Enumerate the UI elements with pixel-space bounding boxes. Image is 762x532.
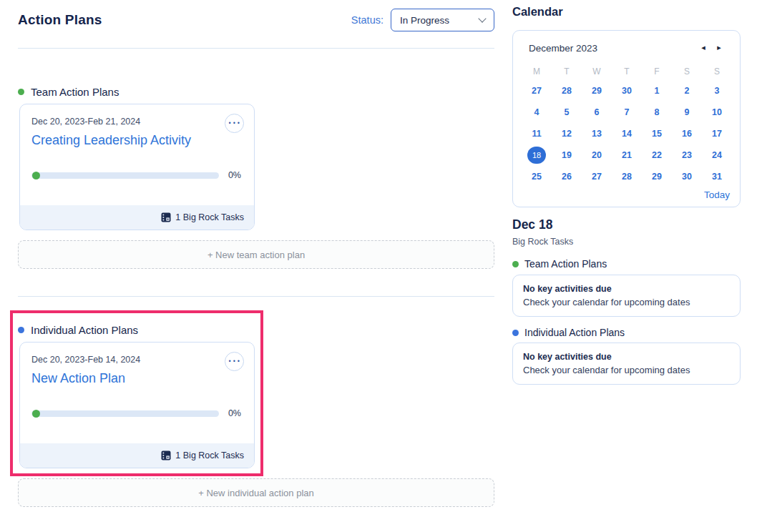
big-rock-tasks-count: 1 Big Rock Tasks <box>175 450 244 460</box>
calendar-week-row: 11 12 13 14 15 16 17 <box>522 123 732 144</box>
plan-title-link[interactable]: Creating Leadership Activity <box>31 133 191 148</box>
calendar-week-row: 4 5 6 7 8 9 10 <box>522 102 732 123</box>
calendar-day[interactable]: 24 <box>702 144 732 166</box>
calendar-day[interactable]: 25 <box>522 166 552 187</box>
calendar-day[interactable]: 5 <box>552 102 582 123</box>
calendar-day[interactable]: 29 <box>582 80 612 102</box>
calendar-day[interactable]: 27 <box>582 166 612 187</box>
calendar-day[interactable]: 12 <box>552 123 582 144</box>
team-plan-card: Dec 20, 2023-Feb 21, 2024 ••• Creating L… <box>19 104 255 230</box>
calendar-prev-button[interactable]: ◂ <box>695 41 711 54</box>
calendar-day[interactable]: 28 <box>552 80 582 102</box>
calendar-title: Calendar <box>512 5 563 19</box>
calendar-weekday-row: M T W T F S S <box>522 63 732 80</box>
page-title: Action Plans <box>18 12 102 28</box>
calendar-weekday: T <box>552 63 582 80</box>
calendar-day[interactable]: 23 <box>672 144 702 166</box>
progress-row: 0% <box>31 408 243 418</box>
calendar-day[interactable]: 4 <box>522 102 552 123</box>
calendar-weekday: F <box>642 63 672 80</box>
calendar-week-row: 27 28 29 30 1 2 3 <box>522 80 732 102</box>
calendar-day[interactable]: 15 <box>642 123 672 144</box>
new-individual-action-plan-button[interactable]: + New individual action plan <box>18 478 494 507</box>
card-body: Dec 20, 2023-Feb 14, 2024 ••• New Action… <box>20 343 254 418</box>
progress-dot-icon <box>32 410 40 418</box>
plan-menu-button[interactable]: ••• <box>225 352 244 371</box>
calendar-day[interactable]: 9 <box>672 102 702 123</box>
progress-bar <box>31 410 219 417</box>
calendar-day[interactable]: 13 <box>582 123 612 144</box>
calendar-day[interactable]: 20 <box>582 144 612 166</box>
side-column: Calendar December 2023 ◂ ▸ M T W T F S S… <box>512 0 741 532</box>
status-select[interactable]: In Progress <box>391 9 494 31</box>
divider <box>18 296 494 297</box>
action-plans-page: Action Plans Status: In Progress Team Ac… <box>0 0 762 532</box>
calendar-day[interactable]: 8 <box>642 102 672 123</box>
day-team-section-label: Team Action Plans <box>512 258 607 270</box>
progress-dot-icon <box>32 172 40 179</box>
calendar-day[interactable]: 22 <box>642 144 672 166</box>
plan-menu-button[interactable]: ••• <box>225 114 244 133</box>
status-filter: Status: In Progress <box>351 9 494 31</box>
team-dot-icon <box>18 89 24 95</box>
calendar-day[interactable]: 14 <box>612 123 642 144</box>
calendar-month-label: December 2023 <box>529 43 695 54</box>
progress-bar <box>31 172 219 179</box>
calendar-day[interactable]: 26 <box>552 166 582 187</box>
new-team-action-plan-button[interactable]: + New team action plan <box>18 240 494 269</box>
page-header: Action Plans Status: In Progress <box>18 7 494 33</box>
individual-dot-icon <box>512 330 519 336</box>
main-column: Action Plans Status: In Progress Team Ac… <box>18 0 494 532</box>
ellipsis-icon: ••• <box>228 359 242 365</box>
today-link[interactable]: Today <box>704 189 730 200</box>
progress-row: 0% <box>31 170 243 180</box>
calendar-day[interactable]: 16 <box>672 123 702 144</box>
calendar-grid: M T W T F S S 27 28 29 30 1 2 3 <box>522 63 732 187</box>
status-select-value: In Progress <box>400 15 449 26</box>
individual-section-label: Individual Action Plans <box>18 324 138 336</box>
calendar-day[interactable]: 19 <box>552 144 582 166</box>
big-rock-tasks-icon <box>161 212 171 222</box>
individual-plan-card: Dec 20, 2023-Feb 14, 2024 ••• New Action… <box>19 342 255 468</box>
day-individual-empty-card: No key activities due Check your calenda… <box>512 343 741 385</box>
selected-day-title: Dec 18 <box>512 217 552 232</box>
calendar-day[interactable]: 3 <box>702 80 732 102</box>
calendar-day[interactable]: 27 <box>522 80 552 102</box>
empty-state-title: No key activities due <box>523 284 730 294</box>
empty-state-message: Check your calendar for upcoming dates <box>523 365 730 375</box>
plan-card-footer: 1 Big Rock Tasks <box>20 443 254 468</box>
progress-percent: 0% <box>225 170 241 180</box>
team-dot-icon <box>512 261 519 267</box>
chevron-down-icon <box>478 14 486 22</box>
calendar-weekday: S <box>702 63 732 80</box>
calendar-day[interactable]: 1 <box>642 80 672 102</box>
individual-dot-icon <box>18 327 24 333</box>
calendar-widget: December 2023 ◂ ▸ M T W T F S S 27 28 29 <box>512 30 741 207</box>
progress-percent: 0% <box>225 408 241 418</box>
status-label: Status: <box>351 14 384 26</box>
calendar-day[interactable]: 31 <box>702 166 732 187</box>
empty-state-message: Check your calendar for upcoming dates <box>523 297 730 307</box>
calendar-day[interactable]: 11 <box>522 123 552 144</box>
calendar-day[interactable]: 10 <box>702 102 732 123</box>
divider <box>18 48 494 49</box>
plan-date-range: Dec 20, 2023-Feb 14, 2024 <box>31 355 243 365</box>
calendar-day[interactable]: 21 <box>612 144 642 166</box>
calendar-day[interactable]: 2 <box>672 80 702 102</box>
calendar-day[interactable]: 29 <box>642 166 672 187</box>
plan-title-link[interactable]: New Action Plan <box>31 371 125 386</box>
big-rock-tasks-count: 1 Big Rock Tasks <box>175 212 244 222</box>
calendar-day[interactable]: 30 <box>612 80 642 102</box>
selected-day-subtitle: Big Rock Tasks <box>512 237 573 247</box>
calendar-day[interactable]: 6 <box>582 102 612 123</box>
calendar-day[interactable]: 17 <box>702 123 732 144</box>
calendar-day-selected[interactable]: 18 <box>522 144 552 166</box>
calendar-day[interactable]: 28 <box>612 166 642 187</box>
calendar-week-row: 25 26 27 28 29 30 31 <box>522 166 732 187</box>
calendar-day[interactable]: 30 <box>672 166 702 187</box>
calendar-next-button[interactable]: ▸ <box>711 41 727 54</box>
ellipsis-icon: ••• <box>228 121 242 127</box>
calendar-weekday: S <box>672 63 702 80</box>
calendar-weekday: M <box>522 63 552 80</box>
calendar-day[interactable]: 7 <box>612 102 642 123</box>
